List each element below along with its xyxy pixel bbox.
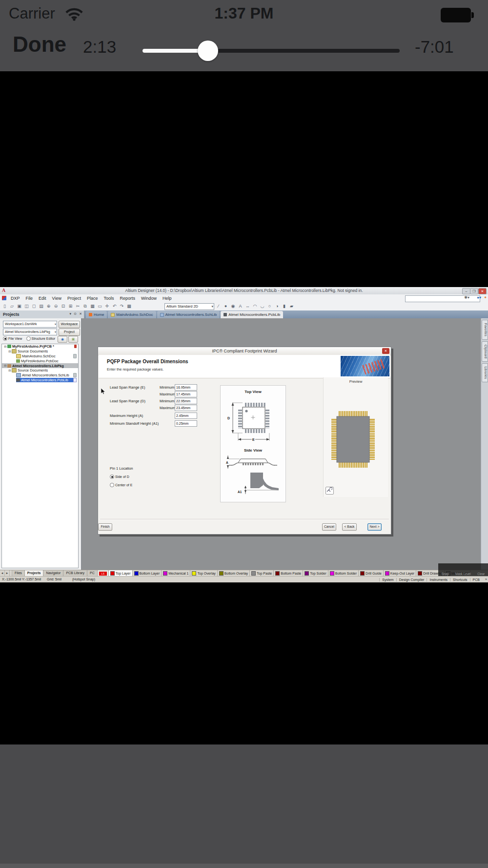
move-icon[interactable]: ✛ — [104, 303, 110, 310]
tree-row[interactable]: Atmel Microcontrollers.SchLib — [2, 373, 78, 378]
dxp-icon[interactable] — [2, 296, 6, 300]
close-button[interactable]: ✕ — [478, 288, 487, 294]
license-icon[interactable]: ✦ — [484, 295, 487, 300]
field-input[interactable]: 16.95mm — [175, 384, 197, 391]
open-icon[interactable]: ▱ — [9, 303, 15, 310]
maximize-button[interactable]: ❐ — [470, 288, 478, 294]
tree-row[interactable]: MainArduino.SchDoc — [2, 354, 78, 359]
layer-option[interactable]: Mask Level — [455, 572, 471, 576]
tree-expander[interactable]: ⊟ — [8, 369, 12, 372]
tree-row[interactable]: MyFirstArduino.PcbDoc — [2, 358, 78, 363]
sync-icon-button[interactable]: ◉ — [58, 336, 67, 343]
tree-row[interactable]: ⊟ MyFirstArduino.PrjPCB * — [2, 344, 78, 349]
open-document-icon[interactable]: ▤ — [38, 303, 44, 310]
menu-item[interactable]: Reports — [117, 296, 138, 301]
grid-icon[interactable]: ▩ — [126, 303, 132, 310]
field-input[interactable]: 22.95mm — [175, 398, 197, 404]
project-button[interactable]: Project — [59, 329, 80, 336]
menu-item[interactable]: Project — [64, 296, 84, 301]
full-circle-icon[interactable]: ○ — [266, 303, 273, 310]
dialog-button[interactable]: Next > — [367, 523, 382, 531]
status-panel-button[interactable]: System — [379, 578, 396, 581]
player-progress-track[interactable] — [142, 41, 400, 61]
zoom-all-icon[interactable]: ⊞ — [67, 303, 74, 310]
view-mode-select[interactable]: Altium Standard 2D — [164, 303, 214, 310]
document-tab[interactable]: Atmel Microcontrollers.SchLib — [157, 311, 220, 318]
status-panel-button[interactable]: PCB — [470, 578, 482, 581]
print-icon[interactable]: ◫ — [23, 303, 30, 310]
panel-close-icon[interactable]: ✕ — [79, 312, 82, 316]
dimension-icon[interactable]: ↔ — [244, 303, 251, 310]
status-panel-button[interactable]: Shortcuts — [450, 578, 470, 581]
menu-item[interactable]: Tools — [101, 296, 117, 301]
right-panel-tab[interactable]: Clipboard — [482, 341, 488, 362]
project-select[interactable]: Atmel Microcontrollers.LibPkg — [3, 329, 57, 335]
structure-editor-radio[interactable]: Structure Editor — [26, 336, 56, 341]
field-input[interactable]: 0.25mm — [175, 420, 197, 427]
tree-expander[interactable]: ⊟ — [3, 364, 7, 368]
status-panel-button[interactable]: Instruments — [427, 578, 450, 581]
zoom-out-icon[interactable]: ⊖ — [53, 303, 59, 310]
document-tab[interactable]: Atmel Microcontrollers.PcbLib — [221, 311, 283, 318]
layer-option[interactable]: Clear — [477, 572, 485, 576]
document-tab[interactable]: Home — [86, 311, 107, 318]
arc-any-icon[interactable]: ◑ — [274, 303, 280, 310]
menu-item[interactable]: View — [49, 296, 64, 301]
menu-item[interactable]: Place — [84, 296, 101, 301]
player-progress-thumb[interactable] — [198, 41, 218, 61]
string-icon[interactable]: A — [237, 303, 244, 310]
tree-row[interactable]: ⊟ Source Documents — [2, 349, 78, 354]
panel-pin-icon[interactable]: ⊙ — [74, 312, 77, 316]
layer-option[interactable]: Snap — [442, 572, 449, 576]
arc-center-icon[interactable]: ◡ — [259, 303, 265, 310]
preview-3d-button[interactable] — [325, 487, 334, 495]
dialog-button[interactable]: Finish — [98, 523, 112, 531]
settings-icon[interactable]: ✱▾ — [464, 295, 469, 300]
field-input[interactable]: 2.45mm — [175, 413, 197, 419]
right-panel-tab[interactable]: Favorites — [482, 320, 488, 340]
save-icon[interactable]: ▣ — [16, 303, 22, 310]
status-panel-button[interactable]: Design Compiler — [396, 578, 427, 581]
pin1-radio[interactable]: Side of D — [110, 473, 132, 481]
pad-icon[interactable]: ● — [223, 303, 229, 310]
account-icon[interactable]: ●▾ — [477, 295, 481, 300]
file-view-radio[interactable]: File View — [3, 336, 22, 341]
menu-item[interactable]: Window — [138, 296, 160, 301]
open-folder-icon-button[interactable]: ▣ — [68, 336, 78, 343]
panel-dropdown-icon[interactable]: ▾ — [69, 312, 71, 316]
line-icon[interactable]: ∕ — [215, 303, 222, 310]
tree-expander[interactable]: ⊟ — [8, 350, 12, 353]
zoom-in-icon[interactable]: ⊕ — [45, 303, 52, 310]
arc-edge-icon[interactable]: ◠ — [252, 303, 258, 310]
done-button[interactable]: Done — [13, 32, 66, 57]
minimize-button[interactable]: – — [462, 288, 470, 294]
right-panel-tab[interactable]: Libraries — [482, 363, 488, 382]
field-input[interactable]: 17.45mm — [175, 391, 197, 397]
tree-row[interactable]: ⊟ Atmel Microcontrollers.LibPkg — [2, 363, 78, 368]
print-preview-icon[interactable]: ◻ — [31, 303, 37, 310]
document-tab[interactable]: MainArduino.SchDoc — [108, 311, 156, 318]
pin1-radio[interactable]: Center of E — [110, 481, 132, 489]
cut-icon[interactable]: ✂ — [75, 303, 81, 310]
menu-item[interactable]: Help — [160, 296, 175, 301]
menu-item[interactable]: DXP — [8, 296, 23, 301]
menu-item[interactable]: File — [23, 296, 36, 301]
status-chevron-icon[interactable]: » — [485, 578, 487, 581]
tree-expander[interactable]: ⊟ — [3, 345, 7, 349]
new-icon[interactable]: ▯ — [1, 303, 8, 310]
tree-row[interactable]: ⊟ Source Documents — [2, 368, 78, 373]
dialog-close-button[interactable]: ✕ — [382, 348, 389, 354]
dialog-button[interactable]: < Back — [342, 523, 357, 531]
paste-icon[interactable]: ▦ — [89, 303, 96, 310]
workspace-button[interactable]: Workspace — [59, 321, 80, 328]
dialog-button[interactable]: Cancel — [322, 523, 336, 531]
select-icon[interactable]: ▭ — [97, 303, 103, 310]
copy-icon[interactable]: ⧉ — [82, 303, 88, 310]
menu-item[interactable]: Edit — [36, 296, 49, 301]
via-icon[interactable]: ◉ — [230, 303, 236, 310]
redo-icon[interactable]: ↷ — [119, 303, 125, 310]
room-icon[interactable]: ▰ — [288, 303, 295, 310]
tree-row[interactable]: Atmel Microcontrollers.PcbLib — [2, 378, 78, 383]
workspace-select[interactable]: Workspace1.DsnWrk — [3, 321, 57, 328]
undo-icon[interactable]: ↶ — [111, 303, 118, 310]
